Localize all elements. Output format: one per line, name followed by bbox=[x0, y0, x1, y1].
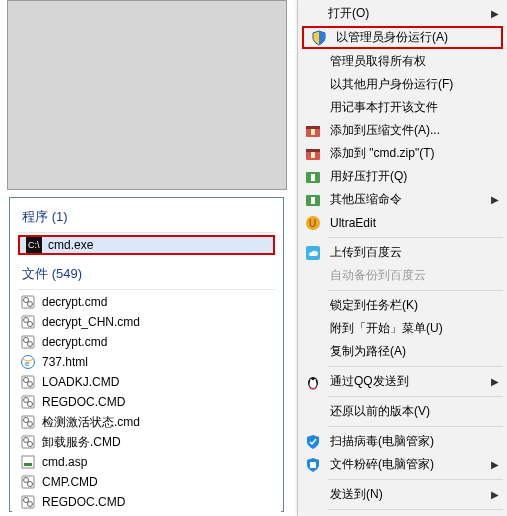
svg-rect-42 bbox=[311, 197, 315, 204]
file-item[interactable]: cmd.asp bbox=[12, 452, 281, 472]
program-item-cmd[interactable]: C:\ cmd.exe bbox=[18, 235, 275, 255]
menu-admin-take-ownership[interactable]: 管理员取得所有权 bbox=[298, 50, 507, 73]
svg-rect-35 bbox=[311, 129, 315, 135]
svg-rect-50 bbox=[310, 462, 316, 468]
menu-file-shred[interactable]: 文件粉碎(电脑管家) ▶ bbox=[298, 453, 507, 476]
menu-separator bbox=[328, 479, 503, 480]
haozip-icon bbox=[304, 191, 322, 209]
menu-separator bbox=[328, 509, 503, 510]
file-item-label: cmd.asp bbox=[42, 455, 87, 469]
divider bbox=[18, 289, 275, 290]
baidu-cloud-icon bbox=[304, 244, 322, 262]
svg-rect-26 bbox=[24, 463, 32, 466]
haozip-icon bbox=[304, 168, 322, 186]
chevron-right-icon: ▶ bbox=[491, 459, 499, 470]
file-item-label: CMP.CMD bbox=[42, 475, 98, 489]
shield-icon bbox=[310, 29, 328, 47]
menu-separator bbox=[328, 366, 503, 367]
chevron-right-icon: ▶ bbox=[491, 489, 499, 500]
menu-auto-backup-baidu: 自动备份到百度云 bbox=[298, 264, 507, 287]
svg-text:e: e bbox=[25, 359, 30, 368]
chevron-right-icon: ▶ bbox=[491, 194, 499, 205]
gear-icon bbox=[20, 394, 36, 410]
files-label: 文件 bbox=[22, 266, 48, 281]
file-item[interactable]: REGDOC.CMD bbox=[12, 392, 281, 412]
menu-separator bbox=[328, 237, 503, 238]
qq-icon bbox=[304, 373, 322, 391]
menu-other-compress[interactable]: 其他压缩命令 ▶ bbox=[298, 188, 507, 211]
menu-open[interactable]: 打开(O) ▶ bbox=[298, 2, 507, 25]
guard-icon bbox=[304, 433, 322, 451]
svg-text:U: U bbox=[309, 218, 316, 229]
programs-label: 程序 bbox=[22, 209, 48, 224]
menu-separator bbox=[328, 396, 503, 397]
file-item[interactable]: decrypt.cmd bbox=[12, 292, 281, 312]
menu-separator bbox=[328, 290, 503, 291]
gear-icon bbox=[20, 294, 36, 310]
files-section-header: 文件 (549) bbox=[12, 257, 281, 287]
menu-add-to-archive[interactable]: 添加到压缩文件(A)... bbox=[298, 119, 507, 142]
archive-icon bbox=[304, 122, 322, 140]
menu-run-as-other-user[interactable]: 以其他用户身份运行(F) bbox=[298, 73, 507, 96]
gear-icon bbox=[20, 314, 36, 330]
menu-upload-baidu[interactable]: 上传到百度云 bbox=[298, 241, 507, 264]
file-item-label: decrypt.cmd bbox=[42, 335, 107, 349]
file-item[interactable]: LOADKJ.CMD bbox=[12, 372, 281, 392]
ie-icon: e bbox=[20, 354, 36, 370]
program-item-label: cmd.exe bbox=[48, 238, 93, 252]
file-item[interactable]: REGDOC.CMD bbox=[12, 492, 281, 512]
file-item-label: REGDOC.CMD bbox=[42, 495, 125, 509]
chevron-right-icon: ▶ bbox=[491, 8, 499, 19]
file-item[interactable]: decrypt.cmd bbox=[12, 332, 281, 352]
gear-icon bbox=[20, 374, 36, 390]
files-count: (549) bbox=[52, 266, 82, 281]
gear-icon bbox=[20, 494, 36, 510]
menu-run-as-admin[interactable]: 以管理员身份运行(A) bbox=[302, 26, 503, 49]
file-item-label: 737.html bbox=[42, 355, 88, 369]
menu-send-to[interactable]: 发送到(N) ▶ bbox=[298, 483, 507, 506]
menu-add-to-zip[interactable]: 添加到 "cmd.zip"(T) bbox=[298, 142, 507, 165]
ultraedit-icon: U bbox=[304, 214, 322, 232]
guard-icon bbox=[304, 456, 322, 474]
file-item-label: LOADKJ.CMD bbox=[42, 375, 119, 389]
menu-restore-previous[interactable]: 还原以前的版本(V) bbox=[298, 400, 507, 423]
menu-separator bbox=[328, 426, 503, 427]
menu-send-via-qq[interactable]: 通过QQ发送到 ▶ bbox=[298, 370, 507, 393]
file-item[interactable]: CMP.CMD bbox=[12, 472, 281, 492]
asp-icon bbox=[20, 454, 36, 470]
svg-point-47 bbox=[310, 380, 317, 388]
chevron-right-icon: ▶ bbox=[491, 376, 499, 387]
gear-icon bbox=[20, 434, 36, 450]
file-item[interactable]: 检测激活状态.cmd bbox=[12, 412, 281, 432]
archive-icon bbox=[304, 145, 322, 163]
menu-pin-taskbar[interactable]: 锁定到任务栏(K) bbox=[298, 294, 507, 317]
file-item-label: 检测激活状态.cmd bbox=[42, 414, 140, 431]
file-item-label: decrypt_CHN.cmd bbox=[42, 315, 140, 329]
file-item-label: REGDOC.CMD bbox=[42, 395, 125, 409]
divider bbox=[18, 232, 275, 233]
svg-text:C:\: C:\ bbox=[28, 240, 40, 250]
file-item-label: 卸载服务.CMD bbox=[42, 434, 121, 451]
file-list: decrypt.cmddecrypt_CHN.cmddecrypt.cmde73… bbox=[12, 292, 281, 512]
svg-rect-38 bbox=[311, 152, 315, 158]
context-menu: 打开(O) ▶ 以管理员身份运行(A) 管理员取得所有权 以其他用户身份运行(F… bbox=[297, 0, 507, 516]
file-item-label: decrypt.cmd bbox=[42, 295, 107, 309]
menu-scan-virus[interactable]: 扫描病毒(电脑管家) bbox=[298, 430, 507, 453]
svg-point-48 bbox=[310, 379, 312, 381]
menu-open-with-notepad[interactable]: 用记事本打开该文件 bbox=[298, 96, 507, 119]
menu-copy-as-path[interactable]: 复制为路径(A) bbox=[298, 340, 507, 363]
menu-pin-start[interactable]: 附到「开始」菜单(U) bbox=[298, 317, 507, 340]
svg-rect-40 bbox=[311, 174, 315, 181]
svg-point-49 bbox=[314, 379, 316, 381]
file-item[interactable]: 卸载服务.CMD bbox=[12, 432, 281, 452]
gear-icon bbox=[20, 474, 36, 490]
preview-pane bbox=[7, 0, 287, 190]
menu-open-with-haozip[interactable]: 用好压打开(Q) bbox=[298, 165, 507, 188]
file-item[interactable]: e737.html bbox=[12, 352, 281, 372]
menu-ultraedit[interactable]: U UltraEdit bbox=[298, 211, 507, 234]
file-item[interactable]: decrypt_CHN.cmd bbox=[12, 312, 281, 332]
programs-count: (1) bbox=[52, 209, 68, 224]
gear-icon bbox=[20, 334, 36, 350]
programs-section-header: 程序 (1) bbox=[12, 200, 281, 230]
svg-rect-34 bbox=[306, 126, 320, 129]
